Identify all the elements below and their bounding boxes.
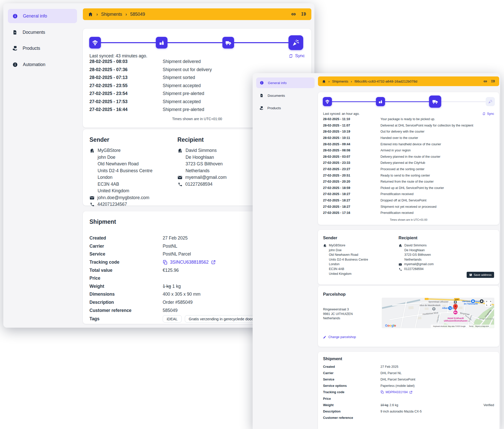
external-link-icon[interactable]: [211, 260, 216, 265]
shipment-row-carrier: Carrier DHL Parcel NL: [323, 370, 494, 376]
event-time: 27-02-2025 - 17:16: [323, 211, 380, 215]
map-keyboard-shortcuts[interactable]: Keyboard shortcuts: [433, 325, 447, 327]
event-time: 27-02-2025 - 23:54: [89, 91, 163, 96]
tag-pill: Gratis verzending in gerecyclede doos: [185, 315, 258, 323]
tracking-timeline-card: Last synced: an hour ago. Sync 28-02-202…: [318, 92, 499, 225]
address-line: 3723 GS Bilthoven: [404, 252, 465, 257]
sidebar-item-documents[interactable]: Documents: [12, 29, 45, 36]
progress-step-out-for-delivery: [222, 37, 234, 49]
recipient-email: myemail@gmail.com: [185, 174, 227, 181]
address-line: john Doe: [329, 248, 389, 253]
timeline-event: 28-02-2025 - 11:10 Your package is ready…: [323, 116, 494, 122]
event-description: Prenotification received: [380, 211, 414, 215]
map-terms-link[interactable]: Terms: [469, 325, 473, 327]
sidebar-item-general-info[interactable]: General info: [12, 12, 47, 20]
change-parcelshop-button[interactable]: Change parcelshop: [323, 335, 356, 339]
shipment-row-created: Created 27 Feb 2025: [323, 363, 494, 370]
parcelshop-title: Parcelshop: [323, 292, 346, 297]
copy-id-icon[interactable]: ID: [491, 80, 495, 83]
sorting-icon: [378, 99, 383, 104]
event-time: 27-02-2025 - 16:44: [89, 107, 163, 112]
recipient-company-row: David Simmons: [399, 243, 465, 248]
sidebar-item-documents[interactable]: Documents: [260, 93, 285, 98]
sidebar-item-automation[interactable]: Automation: [12, 61, 45, 68]
sidebar-item-products[interactable]: Products: [12, 45, 40, 52]
copy-link-icon[interactable]: [483, 79, 487, 84]
warehouse-icon: [92, 39, 98, 46]
phone-icon: [178, 182, 182, 187]
timeline-event: 28-02-2025 - 08:03 Shipment delivered: [89, 58, 305, 66]
home-icon[interactable]: [322, 80, 326, 83]
map-report-error-link[interactable]: Report a map error: [475, 325, 489, 327]
event-time: 27-02-2025 - 20:51: [323, 174, 380, 177]
recipient-title: Recipient: [177, 136, 204, 143]
sync-button[interactable]: Sync: [482, 112, 494, 116]
address-line: 3723 GS Bilthoven: [186, 161, 261, 167]
event-time: 28-02-2025 - 07:13: [89, 75, 163, 80]
map-area-moeshorn: MOESHORN: [479, 318, 494, 320]
copy-link-icon[interactable]: [291, 11, 296, 17]
field-label: Created: [89, 235, 163, 241]
event-time: 28-02-2025 - 11:10: [323, 117, 380, 121]
save-icon: [469, 273, 472, 276]
field-value: Paperless (mobile label): [380, 384, 415, 388]
screenshot-canvas: { "colors":{"accent":"#4733e9","accent_l…: [0, 0, 504, 429]
recipient-phone: 01227268594: [185, 181, 212, 188]
address-line: john Doe: [98, 154, 173, 161]
sender-address: MyGBStore john DoeOld Newhaven RoadUnits…: [323, 243, 389, 276]
home-icon[interactable]: [88, 12, 93, 17]
event-time: 28-02-2025 - 09:44: [323, 142, 380, 146]
map-hotel-label-2: Uithuizen/Eemshaven: [444, 320, 467, 322]
event-description: Delivery planned at the CityHub: [380, 161, 425, 165]
copy-icon[interactable]: [163, 260, 168, 265]
event-time: 28-02-2025 - 08:03: [89, 59, 163, 64]
recipient-phone-row: 01227268594: [177, 181, 261, 188]
map-fullscreen-button[interactable]: [485, 300, 492, 307]
address-line: United Kingdom: [98, 187, 173, 194]
external-link-icon[interactable]: [409, 391, 413, 394]
breadcrumb-separator: ›: [351, 80, 352, 83]
event-description: Ready to send to the sorting center: [380, 174, 430, 177]
field-label: Description: [89, 300, 163, 305]
tracking-code-link[interactable]: 3SINCU638818562: [170, 260, 209, 265]
field-label: Description: [323, 410, 380, 413]
breadcrumb-shipments-link[interactable]: Shipments: [332, 80, 348, 83]
field-value: Order #585049: [163, 300, 193, 305]
field-label: Carrier: [89, 244, 163, 249]
copy-id-icon[interactable]: ID: [301, 12, 306, 17]
weight-new: 2.6 kg: [390, 403, 398, 407]
copy-icon[interactable]: [380, 390, 384, 394]
warehouse-icon: [325, 99, 330, 104]
sidebar-item-general-info[interactable]: General info: [260, 80, 287, 86]
mail-icon: [89, 195, 95, 200]
address-line: United Kingdom: [329, 272, 389, 276]
sender-company: MyGBStore: [329, 243, 345, 248]
field-label: Weight: [323, 403, 380, 407]
field-label: Created: [323, 365, 380, 369]
field-label: Total value: [89, 268, 163, 273]
map-church-label: obus de Meerderekerk: [420, 304, 441, 307]
sender-address: MyGBStore john DoeOld Newhaven RoadUnits…: [89, 147, 173, 208]
address-line: De Hooghlaan: [404, 248, 465, 253]
event-time: 28-02-2025 - 07:36: [89, 67, 163, 72]
recipient-phone-row: 01227268594: [399, 267, 465, 272]
sidebar-item-products[interactable]: Products: [259, 105, 281, 111]
event-description: Handed over to the courier: [380, 136, 418, 140]
document-icon: [12, 30, 18, 35]
field-label: Price: [323, 397, 380, 401]
breadcrumb-shipments-link[interactable]: Shipments: [101, 12, 122, 17]
event-time: 27-02-2025 - 17:53: [89, 99, 163, 104]
event-time: 28-02-2025 - 10:11: [323, 136, 380, 140]
home-location-icon: [323, 244, 327, 247]
field-label: Service: [323, 378, 380, 381]
shipment-row-tracking: Tracking code MDPR4331Y84: [323, 389, 494, 395]
save-address-button[interactable]: Save address: [467, 272, 494, 278]
field-value: €125.96: [163, 268, 179, 273]
field-label: Customer reference: [323, 416, 380, 420]
event-description: Shipment delivered: [163, 59, 201, 64]
tracking-code-link[interactable]: MDPR4331Y84: [386, 390, 408, 394]
progress-connector-inactive: [435, 101, 490, 102]
parcelshop-map[interactable]: N363 Spoorstraat Uithuizen Hamminga Bouw…: [382, 298, 494, 328]
event-description: Shipment not yet received or processed: [380, 205, 436, 209]
timeline-event: 28-02-2025 - 08:08 Arrived in your regio…: [323, 147, 494, 154]
